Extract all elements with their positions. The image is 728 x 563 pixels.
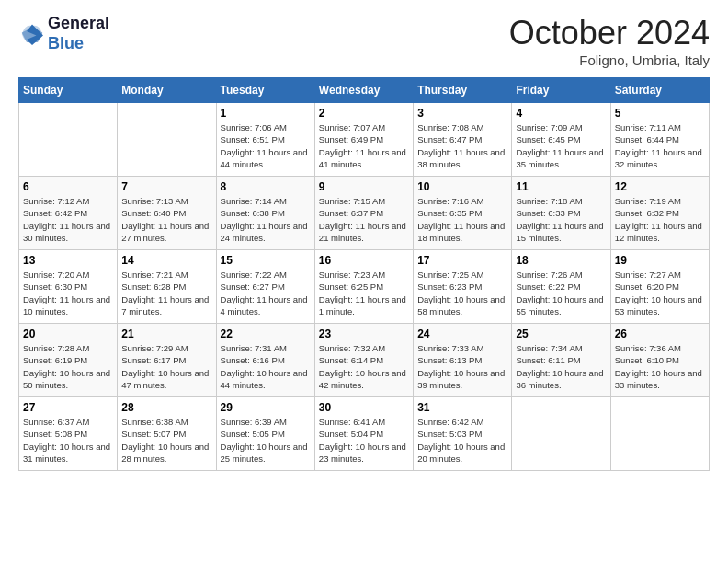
- day-info: Sunrise: 6:41 AMSunset: 5:04 PMDaylight:…: [319, 416, 409, 465]
- day-number: 4: [516, 107, 606, 120]
- calendar-week-row: 13Sunrise: 7:20 AMSunset: 6:30 PMDayligh…: [19, 250, 710, 324]
- day-info: Sunrise: 6:37 AMSunset: 5:08 PMDaylight:…: [23, 416, 113, 465]
- day-info: Sunrise: 7:36 AMSunset: 6:10 PMDaylight:…: [615, 342, 705, 391]
- day-info: Sunrise: 7:19 AMSunset: 6:32 PMDaylight:…: [615, 195, 705, 244]
- logo-line2: Blue: [48, 34, 109, 54]
- day-info: Sunrise: 7:22 AMSunset: 6:27 PMDaylight:…: [221, 269, 311, 317]
- day-number: 8: [221, 180, 311, 193]
- calendar-cell: 7Sunrise: 7:13 AMSunset: 6:40 PMDaylight…: [118, 177, 216, 250]
- day-number: 17: [417, 254, 507, 267]
- calendar-cell: 6Sunrise: 7:12 AMSunset: 6:42 PMDaylight…: [19, 177, 118, 250]
- calendar-cell: 13Sunrise: 7:20 AMSunset: 6:30 PMDayligh…: [19, 250, 118, 324]
- day-number: 20: [23, 327, 113, 340]
- calendar-cell: 17Sunrise: 7:25 AMSunset: 6:23 PMDayligh…: [414, 250, 512, 324]
- calendar-cell: 23Sunrise: 7:32 AMSunset: 6:14 PMDayligh…: [314, 324, 413, 397]
- calendar-cell: 11Sunrise: 7:18 AMSunset: 6:33 PMDayligh…: [512, 177, 610, 250]
- day-info: Sunrise: 7:14 AMSunset: 6:38 PMDaylight:…: [221, 195, 311, 244]
- day-info: Sunrise: 7:11 AMSunset: 6:44 PMDaylight:…: [615, 121, 705, 170]
- calendar-cell: 12Sunrise: 7:19 AMSunset: 6:32 PMDayligh…: [610, 177, 709, 250]
- day-number: 10: [417, 180, 507, 193]
- day-info: Sunrise: 7:32 AMSunset: 6:14 PMDaylight:…: [319, 342, 409, 391]
- calendar-cell: 21Sunrise: 7:29 AMSunset: 6:17 PMDayligh…: [118, 324, 216, 397]
- day-info: Sunrise: 7:26 AMSunset: 6:22 PMDaylight:…: [516, 269, 606, 317]
- day-info: Sunrise: 7:16 AMSunset: 6:35 PMDaylight:…: [417, 195, 507, 244]
- day-number: 27: [23, 401, 113, 414]
- day-number: 1: [221, 107, 311, 120]
- weekday-header: Monday: [118, 78, 216, 103]
- weekday-header: Sunday: [19, 78, 118, 103]
- month-title: October 2024: [509, 14, 710, 52]
- day-number: 16: [319, 254, 409, 267]
- calendar-cell: 8Sunrise: 7:14 AMSunset: 6:38 PMDaylight…: [216, 177, 314, 250]
- day-number: 15: [221, 254, 311, 267]
- calendar-cell: [512, 397, 610, 471]
- day-number: 7: [121, 180, 211, 193]
- day-info: Sunrise: 7:31 AMSunset: 6:16 PMDaylight:…: [221, 342, 311, 391]
- calendar-cell: [118, 103, 216, 177]
- day-number: 30: [319, 401, 409, 414]
- calendar-cell: 14Sunrise: 7:21 AMSunset: 6:28 PMDayligh…: [118, 250, 216, 324]
- logo-icon: [18, 20, 46, 48]
- calendar-cell: 20Sunrise: 7:28 AMSunset: 6:19 PMDayligh…: [19, 324, 118, 397]
- calendar-cell: 25Sunrise: 7:34 AMSunset: 6:11 PMDayligh…: [512, 324, 610, 397]
- day-info: Sunrise: 6:42 AMSunset: 5:03 PMDaylight:…: [417, 416, 507, 465]
- calendar-cell: 18Sunrise: 7:26 AMSunset: 6:22 PMDayligh…: [512, 250, 610, 324]
- page-container: General Blue October 2024 Foligno, Umbri…: [0, 0, 728, 485]
- day-number: 21: [121, 327, 211, 340]
- calendar-cell: 29Sunrise: 6:39 AMSunset: 5:05 PMDayligh…: [216, 397, 314, 471]
- calendar-cell: 9Sunrise: 7:15 AMSunset: 6:37 PMDaylight…: [314, 177, 413, 250]
- day-info: Sunrise: 7:21 AMSunset: 6:28 PMDaylight:…: [121, 269, 211, 317]
- day-info: Sunrise: 7:08 AMSunset: 6:47 PMDaylight:…: [417, 121, 507, 170]
- day-info: Sunrise: 7:20 AMSunset: 6:30 PMDaylight:…: [23, 269, 113, 317]
- day-number: 9: [319, 180, 409, 193]
- day-info: Sunrise: 7:27 AMSunset: 6:20 PMDaylight:…: [615, 269, 705, 317]
- weekday-header: Saturday: [610, 78, 709, 103]
- weekday-header-row: SundayMondayTuesdayWednesdayThursdayFrid…: [19, 78, 710, 103]
- day-info: Sunrise: 7:25 AMSunset: 6:23 PMDaylight:…: [417, 269, 507, 317]
- weekday-header: Thursday: [414, 78, 512, 103]
- location: Foligno, Umbria, Italy: [509, 52, 710, 68]
- logo-line1: General: [48, 14, 109, 34]
- day-info: Sunrise: 7:09 AMSunset: 6:45 PMDaylight:…: [516, 121, 606, 170]
- calendar-cell: 24Sunrise: 7:33 AMSunset: 6:13 PMDayligh…: [414, 324, 512, 397]
- day-info: Sunrise: 6:39 AMSunset: 5:05 PMDaylight:…: [221, 416, 311, 465]
- calendar-cell: 16Sunrise: 7:23 AMSunset: 6:25 PMDayligh…: [314, 250, 413, 324]
- weekday-header: Friday: [512, 78, 610, 103]
- calendar-cell: 5Sunrise: 7:11 AMSunset: 6:44 PMDaylight…: [610, 103, 709, 177]
- day-number: 3: [417, 107, 507, 120]
- logo: General Blue: [18, 14, 109, 53]
- day-info: Sunrise: 7:33 AMSunset: 6:13 PMDaylight:…: [417, 342, 507, 391]
- calendar-cell: 27Sunrise: 6:37 AMSunset: 5:08 PMDayligh…: [19, 397, 118, 471]
- page-header: General Blue October 2024 Foligno, Umbri…: [18, 14, 710, 68]
- day-number: 2: [319, 107, 409, 120]
- calendar-cell: 2Sunrise: 7:07 AMSunset: 6:49 PMDaylight…: [314, 103, 413, 177]
- day-number: 23: [319, 327, 409, 340]
- day-number: 5: [615, 107, 705, 120]
- calendar-week-row: 6Sunrise: 7:12 AMSunset: 6:42 PMDaylight…: [19, 177, 710, 250]
- title-block: October 2024 Foligno, Umbria, Italy: [509, 14, 710, 68]
- day-info: Sunrise: 7:34 AMSunset: 6:11 PMDaylight:…: [516, 342, 606, 391]
- day-info: Sunrise: 7:29 AMSunset: 6:17 PMDaylight:…: [121, 342, 211, 391]
- calendar-cell: 4Sunrise: 7:09 AMSunset: 6:45 PMDaylight…: [512, 103, 610, 177]
- calendar-cell: 28Sunrise: 6:38 AMSunset: 5:07 PMDayligh…: [118, 397, 216, 471]
- calendar-week-row: 1Sunrise: 7:06 AMSunset: 6:51 PMDaylight…: [19, 103, 710, 177]
- day-number: 31: [417, 401, 507, 414]
- day-info: Sunrise: 7:15 AMSunset: 6:37 PMDaylight:…: [319, 195, 409, 244]
- calendar-cell: 31Sunrise: 6:42 AMSunset: 5:03 PMDayligh…: [414, 397, 512, 471]
- calendar-week-row: 27Sunrise: 6:37 AMSunset: 5:08 PMDayligh…: [19, 397, 710, 471]
- calendar-cell: 15Sunrise: 7:22 AMSunset: 6:27 PMDayligh…: [216, 250, 314, 324]
- day-number: 11: [516, 180, 606, 193]
- day-info: Sunrise: 6:38 AMSunset: 5:07 PMDaylight:…: [121, 416, 211, 465]
- day-number: 13: [23, 254, 113, 267]
- calendar-cell: 30Sunrise: 6:41 AMSunset: 5:04 PMDayligh…: [314, 397, 413, 471]
- calendar-cell: 3Sunrise: 7:08 AMSunset: 6:47 PMDaylight…: [414, 103, 512, 177]
- calendar-week-row: 20Sunrise: 7:28 AMSunset: 6:19 PMDayligh…: [19, 324, 710, 397]
- calendar-cell: 1Sunrise: 7:06 AMSunset: 6:51 PMDaylight…: [216, 103, 314, 177]
- day-info: Sunrise: 7:12 AMSunset: 6:42 PMDaylight:…: [23, 195, 113, 244]
- day-info: Sunrise: 7:07 AMSunset: 6:49 PMDaylight:…: [319, 121, 409, 170]
- day-number: 28: [121, 401, 211, 414]
- weekday-header: Wednesday: [314, 78, 413, 103]
- day-number: 25: [516, 327, 606, 340]
- day-number: 12: [615, 180, 705, 193]
- day-info: Sunrise: 7:13 AMSunset: 6:40 PMDaylight:…: [121, 195, 211, 244]
